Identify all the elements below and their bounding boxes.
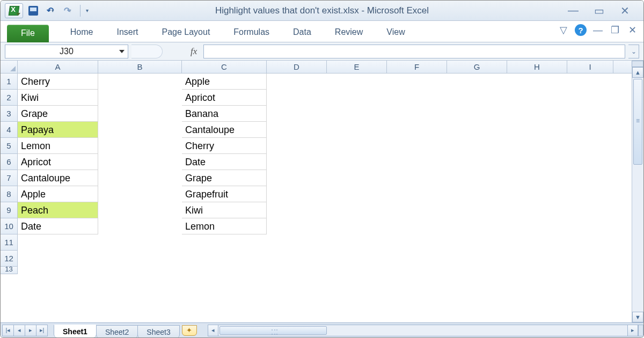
column-header-F[interactable]: F xyxy=(387,61,447,73)
cell-G5[interactable] xyxy=(447,138,507,154)
column-header-E[interactable]: E xyxy=(327,61,387,73)
cell-C1[interactable]: Apple xyxy=(182,74,267,90)
horizontal-split-handle[interactable] xyxy=(638,325,643,336)
horizontal-scrollbar[interactable]: ◂ ▸ xyxy=(208,325,643,336)
cell-G6[interactable] xyxy=(447,154,507,170)
cell-I13[interactable] xyxy=(567,267,613,274)
cell-E4[interactable] xyxy=(327,122,387,138)
cell-A13[interactable] xyxy=(18,267,98,274)
cell-A12[interactable] xyxy=(18,251,98,267)
cell-B6[interactable] xyxy=(98,154,182,170)
workbook-minimize-button[interactable]: ― xyxy=(592,25,604,36)
sheet-tab-sheet1[interactable]: Sheet1 xyxy=(54,325,97,337)
cell-H7[interactable] xyxy=(507,170,567,186)
cell-F4[interactable] xyxy=(387,122,447,138)
workbook-close-button[interactable]: ✕ xyxy=(626,24,638,36)
cell-E3[interactable] xyxy=(327,106,387,122)
cell-B12[interactable] xyxy=(98,251,182,267)
row-header-6[interactable]: 6 xyxy=(1,154,18,170)
cell-G8[interactable] xyxy=(447,186,507,202)
cell-F12[interactable] xyxy=(387,251,447,267)
cell-H2[interactable] xyxy=(507,90,567,106)
cell-F10[interactable] xyxy=(387,218,447,234)
sheet-tab-sheet2[interactable]: Sheet2 xyxy=(96,325,138,338)
expand-formula-bar-button[interactable]: ⌄ xyxy=(628,45,639,58)
cell-D4[interactable] xyxy=(267,122,327,138)
cell-B7[interactable] xyxy=(98,170,182,186)
cell-B13[interactable] xyxy=(98,267,182,274)
insert-worksheet-button[interactable]: ✦ xyxy=(182,325,197,336)
cell-H6[interactable] xyxy=(507,154,567,170)
column-header-D[interactable]: D xyxy=(267,61,327,73)
cell-I6[interactable] xyxy=(567,154,613,170)
file-tab[interactable]: File xyxy=(7,25,49,42)
cell-E6[interactable] xyxy=(327,154,387,170)
next-sheet-button[interactable]: ▸ xyxy=(25,325,36,336)
cell-C3[interactable]: Banana xyxy=(182,106,267,122)
cell-A11[interactable] xyxy=(18,234,98,251)
cell-H4[interactable] xyxy=(507,122,567,138)
scroll-up-button[interactable]: ▲ xyxy=(632,67,643,78)
cell-G13[interactable] xyxy=(447,267,507,274)
cell-B5[interactable] xyxy=(98,138,182,154)
cell-F13[interactable] xyxy=(387,267,447,274)
cell-F6[interactable] xyxy=(387,154,447,170)
cell-C9[interactable]: Kiwi xyxy=(182,202,267,218)
cell-F8[interactable] xyxy=(387,186,447,202)
cell-I9[interactable] xyxy=(567,202,613,218)
cell-D2[interactable] xyxy=(267,90,327,106)
tab-page-layout[interactable]: Page Layout xyxy=(150,23,222,42)
first-sheet-button[interactable]: |◂ xyxy=(2,325,14,336)
cell-D13[interactable] xyxy=(267,267,327,274)
tab-view[interactable]: View xyxy=(375,23,416,42)
row-header-10[interactable]: 10 xyxy=(1,218,18,234)
cell-F9[interactable] xyxy=(387,202,447,218)
cell-B1[interactable] xyxy=(98,74,182,90)
cell-D6[interactable] xyxy=(267,154,327,170)
cell-F1[interactable] xyxy=(387,74,447,90)
cell-H3[interactable] xyxy=(507,106,567,122)
cell-I7[interactable] xyxy=(567,170,613,186)
row-header-7[interactable]: 7 xyxy=(1,170,18,186)
vertical-scroll-thumb[interactable] xyxy=(633,79,642,165)
column-header-I[interactable]: I xyxy=(567,61,613,73)
cell-C6[interactable]: Date xyxy=(182,154,267,170)
cell-I11[interactable] xyxy=(567,234,613,251)
row-header-4[interactable]: 4 xyxy=(1,122,18,138)
cell-A10[interactable]: Date xyxy=(18,218,98,234)
ribbon-minimize-button[interactable]: ▽ xyxy=(558,24,569,36)
row-header-5[interactable]: 5 xyxy=(1,138,18,154)
cell-A5[interactable]: Lemon xyxy=(18,138,98,154)
cell-C12[interactable] xyxy=(182,251,267,267)
cell-I8[interactable] xyxy=(567,186,613,202)
cell-C2[interactable]: Apricot xyxy=(182,90,267,106)
cell-C8[interactable]: Grapefruit xyxy=(182,186,267,202)
app-menu-button[interactable] xyxy=(5,3,23,18)
maximize-button[interactable]: ▭ xyxy=(592,4,606,17)
cell-A8[interactable]: Apple xyxy=(18,186,98,202)
cell-F11[interactable] xyxy=(387,234,447,251)
cell-D7[interactable] xyxy=(267,170,327,186)
cell-G3[interactable] xyxy=(447,106,507,122)
cell-C11[interactable] xyxy=(182,234,267,251)
column-header-C[interactable]: C xyxy=(182,61,267,73)
cell-G12[interactable] xyxy=(447,251,507,267)
cell-E5[interactable] xyxy=(327,138,387,154)
cell-D8[interactable] xyxy=(267,186,327,202)
cell-E10[interactable] xyxy=(327,218,387,234)
cell-D12[interactable] xyxy=(267,251,327,267)
cell-F5[interactable] xyxy=(387,138,447,154)
cell-I5[interactable] xyxy=(567,138,613,154)
cell-H1[interactable] xyxy=(507,74,567,90)
cell-D3[interactable] xyxy=(267,106,327,122)
tab-home[interactable]: Home xyxy=(58,23,105,42)
row-header-1[interactable]: 1 xyxy=(1,74,18,90)
cell-B8[interactable] xyxy=(98,186,182,202)
cell-H11[interactable] xyxy=(507,234,567,251)
cell-E13[interactable] xyxy=(327,267,387,274)
scroll-right-button[interactable]: ▸ xyxy=(627,325,638,336)
tab-review[interactable]: Review xyxy=(323,23,375,42)
workbook-restore-button[interactable]: ❐ xyxy=(609,24,621,36)
cell-D5[interactable] xyxy=(267,138,327,154)
cell-A1[interactable]: Cherry xyxy=(18,74,98,90)
